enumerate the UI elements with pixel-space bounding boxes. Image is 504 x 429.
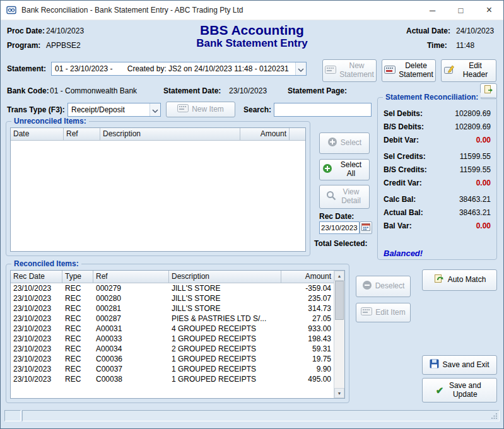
auto-match-button[interactable]: Auto Match: [422, 269, 497, 291]
main-content: Proc Date: 24/10/2023 BBS Accounting Act…: [1, 20, 503, 428]
cell-description: JILL'S STORE: [169, 284, 281, 293]
statement-reconciliation-title: Statement Reconciliation:: [383, 93, 481, 102]
cell-type: REC: [62, 365, 93, 373]
new-statement-label: New Statement: [339, 62, 374, 79]
trans-type-combobox[interactable]: Receipt/Deposit: [67, 103, 161, 117]
stat-label: B/S Credits:: [384, 165, 427, 174]
cell-ref: C00038: [93, 375, 169, 384]
view-detail-label: View Detail: [339, 188, 363, 206]
save-and-update-button[interactable]: ✔ Save and Update: [422, 378, 497, 403]
select-all-button[interactable]: Select All: [319, 159, 370, 180]
cell-ref: 000279: [93, 284, 169, 293]
scrollbar-thumb[interactable]: [335, 281, 344, 320]
reconciled-items-list[interactable]: Rec Date Type Ref Description Amount 23/…: [10, 270, 345, 399]
table-row[interactable]: 23/10/2023RECC000371 GROUPED RECEIPTS9.9…: [11, 364, 334, 374]
stat-label: Sel Credits:: [384, 152, 426, 161]
table-row[interactable]: 23/10/2023RECA000342 GROUPED RECEIPTS59.…: [11, 344, 334, 354]
reconciliation-rows: Sel Debits:102809.69B/S Debits:102809.69…: [384, 107, 491, 232]
trans-type-selected-value: Receipt/Deposit: [68, 103, 149, 116]
scroll-up-button[interactable]: ▲: [334, 271, 344, 281]
select-all-label: Select All: [336, 161, 366, 179]
balanced-status: Balanced!: [384, 249, 423, 258]
table-row[interactable]: 23/10/2023RECC000361 GROUPED RECEIPTS19.…: [11, 354, 334, 364]
cell-rec_date: 23/10/2023: [11, 324, 62, 333]
stat-label: B/S Debits:: [384, 122, 424, 131]
actual-date-value: 24/10/2023: [456, 26, 494, 35]
column-header-date[interactable]: Date: [11, 128, 64, 141]
statement-combobox[interactable]: 01 - 23/10/2023 - Created by: JS2 on 24/…: [51, 62, 307, 76]
vertical-scrollbar[interactable]: ▲ ▼: [334, 271, 344, 398]
column-header-amount[interactable]: Amount: [281, 271, 334, 283]
unreconciled-items-list[interactable]: Date Ref Description Amount: [10, 127, 306, 252]
column-header-rec-date[interactable]: Rec Date: [11, 271, 62, 283]
window-title: Bank Reconciliation - Bank Statement Ent…: [21, 6, 243, 15]
column-header-description[interactable]: Description: [169, 271, 281, 283]
search-input[interactable]: [274, 103, 372, 117]
stat-value: 38463.21: [459, 208, 491, 217]
select-button[interactable]: Select: [319, 132, 370, 154]
table-row[interactable]: 23/10/2023RECA000314 GROUPED RECEIPTS933…: [11, 324, 334, 334]
cell-ref: 000280: [93, 294, 169, 303]
new-item-button[interactable]: New Item: [166, 102, 235, 117]
scroll-down-button[interactable]: ▼: [334, 388, 344, 398]
stat-value: 0.00: [476, 179, 491, 187]
new-statement-button[interactable]: New Statement: [322, 59, 377, 82]
statement-selected-value: 01 - 23/10/2023 - Created by: JS2 on 24/…: [52, 62, 295, 75]
table-row[interactable]: 23/10/2023REC000287PIES & PASTRIES LTD S…: [11, 314, 334, 324]
minimize-button[interactable]: ─: [418, 1, 447, 20]
reconciled-items-group: Reconciled Items: Rec Date Type Ref Desc…: [6, 264, 349, 403]
table-row[interactable]: 23/10/2023REC000281JILL'S STORE314.73: [11, 303, 334, 314]
edit-header-button[interactable]: Edit Header: [441, 59, 496, 82]
statement-date-label: Statement Date:: [163, 86, 221, 95]
reconciliation-row: Bal Var:0.00: [384, 219, 491, 232]
cell-type: REC: [62, 375, 93, 384]
cell-rec_date: 23/10/2023: [11, 284, 62, 293]
maximize-button[interactable]: □: [447, 1, 475, 20]
cell-description: 1 GROUPED RECEIPTS: [169, 365, 281, 373]
cell-amount: 198.43: [281, 334, 334, 343]
rec-date-input[interactable]: [319, 221, 360, 234]
edit-item-button[interactable]: Edit Item: [356, 303, 411, 322]
delete-statement-button[interactable]: Delete Statement: [382, 59, 436, 82]
stat-value: 102809.69: [455, 122, 491, 131]
unreconciled-table-body[interactable]: [11, 141, 305, 251]
check-icon: ✔: [436, 385, 444, 396]
cell-amount: 59.31: [281, 344, 334, 353]
reconciled-table-body[interactable]: 23/10/2023REC000279JILL'S STORE-359.0423…: [11, 283, 334, 398]
cell-description: JILL'S STORE: [169, 304, 281, 313]
table-row[interactable]: 23/10/2023RECA000331 GROUPED RECEIPTS198…: [11, 334, 334, 344]
save-disk-icon: [430, 359, 439, 371]
cell-ref: 000287: [93, 314, 169, 323]
deselect-button[interactable]: Deselect: [356, 276, 411, 297]
cell-amount: 933.00: [281, 324, 334, 333]
table-row[interactable]: 23/10/2023RECC000381 GROUPED RECEIPTS495…: [11, 374, 334, 384]
reconciliation-row: Calc Bal:38463.21: [384, 192, 491, 206]
resize-grip[interactable]: [491, 411, 498, 422]
actual-date-label: Actual Date:: [406, 26, 450, 35]
close-button[interactable]: ×: [475, 1, 503, 20]
stat-value: 38463.21: [459, 195, 491, 204]
column-header-ref[interactable]: Ref: [93, 271, 169, 283]
column-header-description[interactable]: Description: [100, 128, 240, 141]
table-row[interactable]: 23/10/2023REC000280JILL'S STORE235.07: [11, 293, 334, 303]
rec-date-picker-button[interactable]: [360, 221, 372, 234]
trans-type-label: Trans Type (F3):: [7, 105, 65, 114]
title-bar: Bank Reconciliation - Bank Statement Ent…: [1, 1, 503, 20]
cell-rec_date: 23/10/2023: [11, 334, 62, 343]
table-row[interactable]: 23/10/2023REC000279JILL'S STORE-359.04: [11, 283, 334, 293]
rec-date-label: Rec Date:: [319, 212, 354, 221]
cell-type: REC: [62, 324, 93, 333]
stat-value: 11599.55: [460, 165, 491, 174]
cell-type: REC: [62, 344, 93, 353]
column-header-amount[interactable]: Amount: [240, 128, 290, 141]
trans-type-dropdown-button[interactable]: [149, 103, 160, 116]
column-header-type[interactable]: Type: [62, 271, 93, 283]
rec-date-field: [319, 221, 372, 234]
unreconciled-items-title: Unreconciled Items:: [11, 117, 89, 126]
column-header-ref[interactable]: Ref: [64, 128, 100, 141]
statement-dropdown-button[interactable]: [295, 62, 306, 75]
save-and-exit-button[interactable]: Save and Exit: [422, 355, 497, 375]
scroll-down-icon: ▼: [337, 391, 342, 396]
scrollbar-track[interactable]: [334, 281, 344, 388]
view-detail-button[interactable]: View Detail: [319, 185, 370, 209]
